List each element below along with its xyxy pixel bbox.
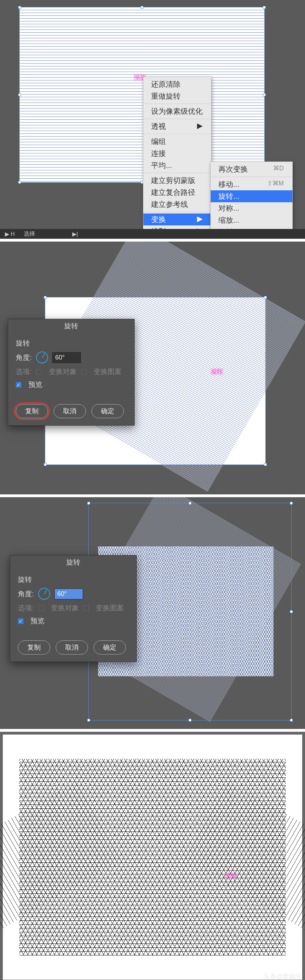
mi-transform-again[interactable]: 再次变换⌘D [211, 163, 292, 175]
mi-clip-mask[interactable]: 建立剪切蒙版 [144, 175, 211, 186]
handle-icon[interactable] [141, 6, 144, 9]
mi-transform[interactable]: 变换▶ [144, 213, 211, 226]
mi-pixel-optimize[interactable]: 设为像素级优化 [144, 105, 211, 117]
checkbox-icon[interactable]: ✓ [16, 382, 21, 388]
cursor-label: 旋转 [210, 368, 224, 375]
status-bar: ▶ H 选择 ▶| [0, 229, 305, 239]
mi-join[interactable]: 连接 [144, 148, 211, 159]
rotate-dialog[interactable]: 旋转 旋转 角度: 选项: 变换对象 变换图案 ✓预览 复制 取消 确定 [10, 555, 137, 662]
handle-icon[interactable] [44, 463, 47, 466]
mi-scale[interactable]: 缩放... [211, 214, 292, 226]
mi-compound-path[interactable]: 建立复合路径 [144, 186, 211, 198]
opt-transform-patterns: 变换图案 [93, 367, 122, 376]
menu-separator [144, 103, 211, 104]
handle-icon[interactable] [290, 719, 293, 722]
copy-button[interactable]: 复制 [18, 640, 50, 654]
menu-separator [144, 173, 211, 173]
handle-icon[interactable] [87, 719, 90, 722]
opt-transform-patterns: 变换图案 [96, 603, 124, 613]
section-label: 旋转 [16, 339, 126, 348]
ok-button[interactable]: 确定 [92, 404, 124, 418]
mi-undo[interactable]: 还原清除 [144, 78, 211, 90]
transform-submenu[interactable]: 再次变换⌘D 移动...⇧⌘M 旋转... 对称... 缩放... 倾斜... … [210, 162, 293, 239]
handle-icon[interactable] [18, 94, 21, 96]
dialog-title: 旋转 [8, 319, 134, 333]
mi-perspective[interactable]: 透视▶ [144, 121, 211, 132]
opt-transform-objects: 变换对象 [49, 367, 77, 376]
checkbox-icon [83, 605, 89, 611]
artboard [3, 735, 302, 980]
handle-icon[interactable] [264, 296, 267, 299]
handle-icon[interactable] [18, 6, 21, 9]
copy-button[interactable]: 复制 [16, 404, 48, 418]
mi-redo[interactable]: 重做旋转 [144, 90, 211, 102]
status-tool-label: 选择 [24, 230, 35, 238]
menu-separator [144, 119, 211, 119]
cursor-label: 缩放 [224, 872, 238, 880]
handle-icon[interactable] [44, 296, 47, 299]
handle-icon[interactable] [263, 6, 266, 9]
mi-average[interactable]: 平均... [144, 159, 211, 171]
handle-icon[interactable] [290, 610, 293, 613]
angle-knob-icon[interactable] [36, 352, 48, 363]
angle-knob-icon[interactable] [38, 588, 50, 600]
checkbox-icon[interactable]: ✓ [18, 618, 24, 624]
angle-input[interactable] [54, 589, 83, 600]
handle-icon[interactable] [189, 719, 191, 722]
status-mode[interactable]: ▶ H [5, 231, 15, 237]
opt-transform-objects: 变换对象 [51, 603, 79, 613]
checkbox-icon [81, 369, 87, 375]
angle-input[interactable] [52, 352, 81, 363]
screenshot-3: 旋转 旋转 角度: 选项: 变换对象 变换图案 ✓预览 复制 取消 确定 [0, 497, 305, 729]
preview-label[interactable]: 预览 [28, 380, 43, 390]
checkbox-icon [38, 605, 44, 611]
cancel-button[interactable]: 取消 [56, 640, 88, 654]
cancel-button[interactable]: 取消 [54, 404, 86, 418]
handle-icon[interactable] [290, 502, 293, 504]
mi-group[interactable]: 编组 [144, 135, 211, 148]
screenshot-1: 缩放 还原清除 重做旋转 设为像素级优化 透视▶ 编组 连接 平均... 建立剪… [0, 0, 305, 239]
context-menu[interactable]: 还原清除 重做旋转 设为像素级优化 透视▶ 编组 连接 平均... 建立剪切蒙版… [143, 76, 212, 239]
handle-icon[interactable] [87, 502, 90, 504]
handle-icon[interactable] [189, 502, 191, 504]
angle-label: 角度: [16, 353, 32, 363]
status-play[interactable]: ▶| [72, 231, 78, 237]
watermark: 头条@爱踢汪 [264, 972, 302, 980]
selection-box[interactable] [19, 7, 265, 183]
dialog-title: 旋转 [10, 555, 136, 569]
mi-rotate[interactable]: 旋转... [211, 190, 292, 202]
menu-separator [144, 134, 211, 134]
angle-label: 角度: [18, 589, 34, 599]
options-label: 选项: [18, 603, 34, 613]
handle-icon[interactable] [263, 94, 266, 96]
handle-icon[interactable] [18, 181, 21, 184]
ok-button[interactable]: 确定 [93, 640, 126, 654]
mi-guides[interactable]: 建立参考线 [144, 198, 211, 210]
mi-move[interactable]: 移动...⇧⌘M [211, 178, 292, 190]
screenshot-4: 缩放 头条@爱踢汪 [0, 732, 305, 980]
options-label: 选项: [16, 367, 32, 376]
section-label: 旋转 [18, 575, 129, 584]
screenshot-2: 旋转 旋转 旋转 角度: 选项: 变换对象 变换图案 ✓预览 复制 取消 确定 [0, 242, 305, 495]
mi-reflect[interactable]: 对称... [211, 202, 292, 214]
preview-label[interactable]: 预览 [30, 616, 44, 626]
checkbox-icon [36, 369, 42, 375]
handle-icon[interactable] [264, 463, 267, 466]
menu-separator [211, 177, 292, 177]
rotate-dialog[interactable]: 旋转 旋转 角度: 选项: 变换对象 变换图案 ✓预览 复制 取消 确定 [8, 319, 134, 426]
